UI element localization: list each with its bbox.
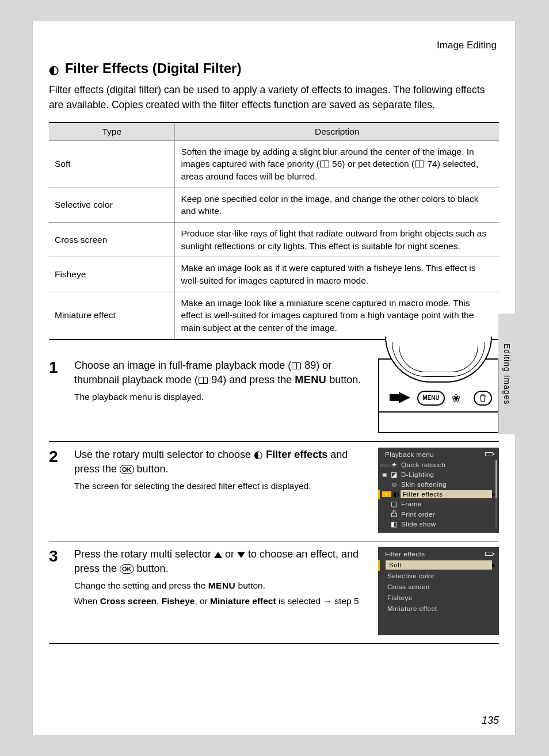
- step-sub: The playback menu is displayed.: [74, 391, 370, 403]
- step-2: 2 Use the rotary multi selector to choos…: [49, 442, 499, 541]
- down-triangle-icon: [237, 552, 245, 558]
- step-number: 3: [49, 547, 66, 635]
- step-sub: The screen for selecting the desired fil…: [74, 480, 370, 492]
- battery-icon: [485, 452, 493, 456]
- lcd-filter-effects: Filter effects Soft▸ Selective color Cro…: [378, 547, 499, 635]
- up-triangle-icon: [214, 552, 222, 558]
- book-icon: [292, 362, 301, 369]
- trash-button: [474, 391, 492, 406]
- page-number: 135: [482, 715, 499, 727]
- table-row: Soft Soften the image by adding a slight…: [49, 140, 499, 188]
- step-1: 1 Choose an image in full-frame playback…: [49, 353, 499, 442]
- step-title: Choose an image in full-frame playback m…: [74, 358, 370, 387]
- filter-icon: ◐: [49, 63, 59, 76]
- table-row: Fisheye Make an image look as if it were…: [49, 257, 499, 292]
- macro-icon: ❀: [452, 392, 460, 404]
- effects-table: Type Description Soft Soften the image b…: [49, 122, 499, 340]
- book-icon: [415, 161, 424, 167]
- book-icon: [199, 377, 208, 384]
- battery-icon: [485, 552, 493, 556]
- lcd-playback-menu: Playback menu MODE✦Quick retouch ▣◪D-Lig…: [378, 448, 499, 533]
- table-row: Miniature effect Make an image look like…: [49, 292, 499, 339]
- table-row: Cross screen Produce star-like rays of l…: [49, 222, 499, 257]
- camera-illustration: MENU ❀: [378, 358, 499, 433]
- page-title: ◐ Filter Effects (Digital Filter): [49, 60, 499, 77]
- book-icon: [320, 161, 329, 167]
- step-sub: Change the setting and press the MENU bu…: [74, 579, 370, 592]
- arrow-icon: [399, 392, 410, 403]
- ok-button-icon: OK: [120, 564, 134, 574]
- step-3: 3 Press the rotary multi selector or to …: [49, 541, 499, 644]
- step-number: 1: [49, 358, 66, 433]
- step-number: 2: [49, 448, 66, 533]
- step-title: Use the rotary multi selector to choose …: [74, 448, 370, 476]
- step-sub: When Cross screen, Fisheye, or Miniature…: [74, 595, 370, 608]
- intro-text: Filter effects (digital filter) can be u…: [49, 82, 499, 113]
- step-title: Press the rotary multi selector or to ch…: [74, 547, 370, 576]
- th-desc: Description: [175, 123, 499, 141]
- menu-button: MENU: [417, 391, 445, 406]
- breadcrumb: Image Editing: [49, 40, 499, 51]
- table-row: Selective color Keep one specified color…: [49, 188, 499, 222]
- ok-button-icon: OK: [120, 465, 134, 474]
- th-type: Type: [49, 123, 175, 141]
- scrollbar: [495, 460, 497, 529]
- section-tab: Editing Images: [498, 314, 516, 434]
